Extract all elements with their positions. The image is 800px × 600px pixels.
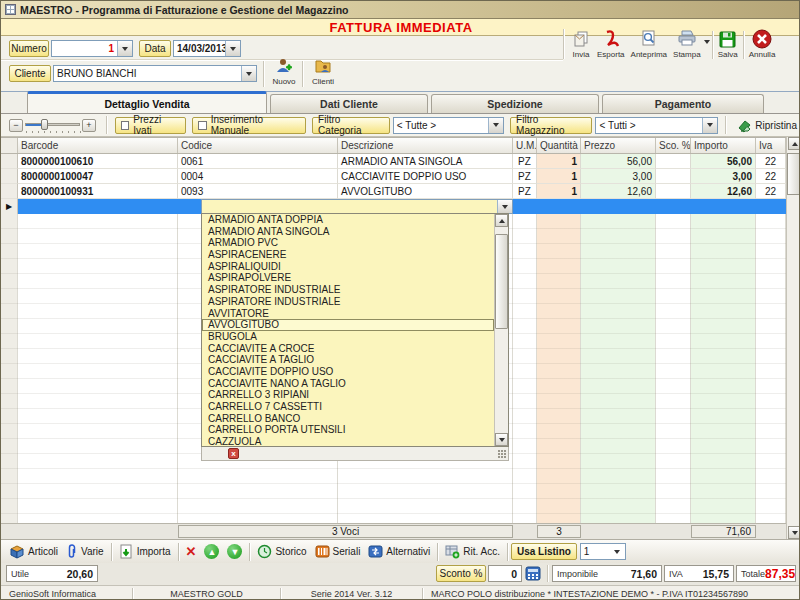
column-header-des[interactable]: Descrizione [338, 138, 513, 153]
filtro-categoria-combo[interactable]: < Tutte > [393, 117, 504, 134]
clienti-button[interactable]: Clienti [305, 56, 341, 89]
tab-pagamento[interactable]: Pagamento [602, 94, 764, 113]
dropdown-item[interactable]: ARMADIO ANTA SINGOLA [202, 226, 494, 238]
annulla-button[interactable]: Annulla [746, 29, 779, 62]
numero-button[interactable]: Numero [9, 40, 49, 57]
dropdown-item[interactable]: CAZZUOLA [202, 436, 494, 446]
filtro-magazzino-dropdown-button[interactable] [702, 118, 717, 133]
listino-dropdown-button[interactable] [610, 544, 625, 559]
tab-dettaglio-vendita[interactable]: Dettaglio Vendita [27, 91, 267, 113]
ripristina-button[interactable]: Ripristina [733, 115, 800, 135]
filtro-categoria-button[interactable]: Filtro Categoria [312, 117, 390, 134]
inserimento-manuale-checkbox[interactable]: Inserimento Manuale [192, 117, 306, 134]
dropdown-items: ARMADIO ANTA DOPPIAARMADIO ANTA SINGOLAA… [202, 214, 494, 446]
table-row[interactable]: 80000001009310093AVVOLGITUBOPZ112,6012,6… [1, 184, 786, 199]
column-header-qta[interactable]: Quantità [537, 138, 581, 153]
prezzi-ivati-checkbox[interactable]: Prezzi Ivati [115, 117, 186, 134]
dropdown-item[interactable]: ASPIRATORE INDUSTRIALE [202, 296, 494, 308]
scroll-down-button[interactable] [495, 433, 508, 446]
move-up-button[interactable]: ▲ [200, 542, 223, 562]
sconto-box[interactable]: 0 [488, 565, 522, 582]
filtro-magazzino-button[interactable]: Filtro Magazzino [510, 117, 592, 134]
clear-selection-icon[interactable]: x [228, 448, 239, 459]
cliente-combo[interactable]: BRUNO BIANCHI [53, 65, 257, 82]
move-down-button[interactable]: ▼ [223, 542, 246, 562]
esporta-button[interactable]: Esporta [594, 29, 628, 62]
delete-row-button[interactable]: ✕ [182, 542, 201, 562]
dropdown-item[interactable]: CARRELLO 7 CASSETTI [202, 401, 494, 413]
scroll-up-button[interactable] [495, 214, 508, 227]
dropdown-item[interactable]: CACCIAVITE A CROCE [202, 343, 494, 355]
cliente-button[interactable]: Cliente [9, 65, 51, 82]
dropdown-item[interactable]: CARRELLO PORTA UTENSILI [202, 424, 494, 436]
invia-button[interactable]: Invia [568, 29, 594, 62]
column-header-prz[interactable]: Prezzo [581, 138, 656, 153]
importa-button[interactable]: Importa [115, 542, 175, 562]
slider-thumb[interactable] [41, 119, 48, 130]
active-cell-barcode[interactable] [18, 199, 201, 214]
stampa-menu-button[interactable] [704, 37, 710, 47]
dropdown-item[interactable]: CARRELLO 3 RIPIANI [202, 389, 494, 401]
scroll-up-button[interactable] [788, 137, 800, 150]
column-header-cod[interactable]: Codice [178, 138, 338, 153]
dropdown-item[interactable]: ASPIRACENERE [202, 249, 494, 261]
dropdown-item[interactable]: CACCIAVITE A TAGLIO [202, 354, 494, 366]
zoom-in-button[interactable]: + [82, 119, 96, 132]
column-header-sco[interactable]: Sco. % [656, 138, 691, 153]
stampa-button[interactable]: Stampa [670, 29, 704, 62]
numero-dropdown-button[interactable] [117, 41, 132, 56]
column-header-bar[interactable]: Barcode [18, 138, 178, 153]
table-row[interactable]: 80000001000470004CACCIAVITE DOPPIO USOPZ… [1, 169, 786, 184]
alternativi-button[interactable]: Alternativi [364, 542, 434, 562]
active-row[interactable]: ▶ [1, 199, 786, 214]
zoom-out-button[interactable]: − [9, 119, 23, 132]
column-header-iva[interactable]: Iva [756, 138, 786, 153]
grid-scrollbar[interactable] [786, 137, 800, 539]
dropdown-item[interactable]: CACCIAVITE DOPPIO USO [202, 366, 494, 378]
tab-dati-cliente[interactable]: Dati Cliente [270, 94, 428, 113]
dropdown-item[interactable]: ASPIRATORE INDUSTRIALE [202, 284, 494, 296]
dropdown-item[interactable]: AVVITATORE [202, 308, 494, 320]
dropdown-item[interactable]: ARMADIO ANTA DOPPIA [202, 214, 494, 226]
data-combo[interactable]: 14/03/2013 [173, 40, 241, 57]
dropdown-item[interactable]: ARMADIO PVC [202, 237, 494, 249]
column-header-imp[interactable]: Importo [691, 138, 756, 153]
descrizione-dropdown-button[interactable] [497, 200, 512, 213]
descrizione-edit[interactable] [202, 200, 497, 213]
dropdown-item[interactable]: CACCIAVITE NANO A TAGLIO [202, 378, 494, 390]
column-header-um[interactable]: U.M. [513, 138, 537, 153]
data-button[interactable]: Data [139, 40, 171, 57]
anteprima-button[interactable]: Anteprima [628, 29, 670, 62]
active-cell-rest[interactable] [513, 199, 786, 214]
dropdown-item[interactable]: ASPIRAPOLVERE [202, 272, 494, 284]
tab-spedizione[interactable]: Spedizione [431, 94, 599, 113]
rit-acc-button[interactable]: Rit. Acc. [441, 542, 504, 562]
storico-button[interactable]: Storico [253, 542, 310, 562]
listino-combo[interactable]: 1 [580, 543, 626, 560]
dropdown-item[interactable]: AVVOLGITUBO [202, 319, 494, 331]
scroll-down-button[interactable] [788, 526, 800, 539]
seriali-button[interactable]: Seriali [311, 542, 365, 562]
descrizione-combo[interactable] [201, 199, 513, 214]
salva-button[interactable]: Salva [715, 29, 741, 62]
dropdown-item[interactable]: BRUGOLA [202, 331, 494, 343]
varie-button[interactable]: Varie [62, 542, 108, 562]
calculator-button[interactable] [525, 566, 541, 581]
scrollbar-thumb[interactable] [495, 234, 508, 329]
numero-combo[interactable]: 1 [51, 40, 133, 57]
articoli-button[interactable]: Articoli [5, 542, 62, 562]
data-dropdown-button[interactable] [225, 41, 240, 56]
row-height-slider[interactable] [25, 118, 81, 132]
usa-listino-button[interactable]: Usa Listino [511, 543, 577, 560]
nuovo-button[interactable]: Nuovo [267, 56, 301, 89]
scrollbar-thumb[interactable] [787, 153, 800, 195]
sconto-button[interactable]: Sconto % [436, 565, 486, 582]
cliente-dropdown-button[interactable] [241, 66, 256, 81]
dropdown-item[interactable]: ASPIRALIQUIDI [202, 261, 494, 273]
dropdown-scrollbar[interactable] [494, 214, 508, 446]
dropdown-item[interactable]: CARRELLO BANCO [202, 413, 494, 425]
resize-grip[interactable] [498, 450, 506, 458]
filtro-magazzino-combo[interactable]: < Tutti > [595, 117, 718, 134]
filtro-categoria-dropdown-button[interactable] [488, 118, 503, 133]
table-row[interactable]: 80000001006100061ARMADIO ANTA SINGOLAPZ1… [1, 154, 786, 169]
